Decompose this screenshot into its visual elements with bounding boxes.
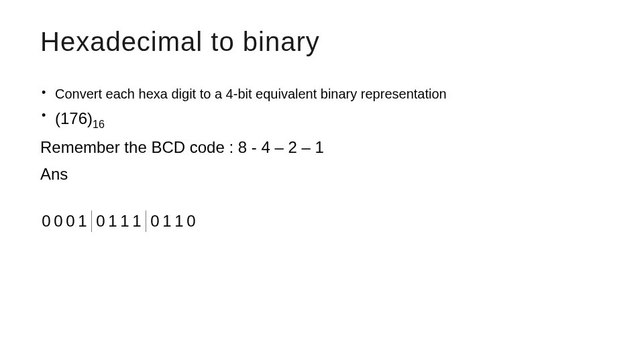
ans-label: Ans bbox=[40, 162, 604, 186]
page-title: Hexadecimal to binary bbox=[40, 27, 604, 57]
bit: 1 bbox=[173, 209, 185, 233]
bit: 1 bbox=[161, 209, 173, 233]
body-text: Convert each hexa digit to a 4-bit equiv… bbox=[40, 84, 604, 232]
bit: 1 bbox=[131, 209, 143, 233]
bit: 0 bbox=[64, 209, 76, 233]
bit: 0 bbox=[149, 209, 161, 233]
slide: Hexadecimal to binary Convert each hexa … bbox=[0, 0, 644, 362]
bit-group-2: 0 1 1 1 bbox=[95, 210, 146, 232]
remember-line: Remember the BCD code : 8 - 4 – 2 – 1 bbox=[40, 135, 604, 160]
example-base: 16 bbox=[93, 119, 105, 130]
bullet-convert: Convert each hexa digit to a 4-bit equiv… bbox=[40, 84, 604, 104]
bit: 0 bbox=[40, 209, 52, 233]
example-value: (176) bbox=[55, 109, 93, 127]
bit-group-3: 0 1 1 0 bbox=[149, 210, 200, 232]
binary-result: 0 0 0 1 0 1 1 1 0 1 1 0 bbox=[40, 210, 604, 232]
bit-group-1: 0 0 0 1 bbox=[40, 210, 92, 232]
bit: 1 bbox=[76, 209, 89, 233]
bit: 1 bbox=[107, 209, 119, 233]
bit: 0 bbox=[52, 209, 64, 233]
bit: 0 bbox=[185, 209, 197, 233]
bit: 0 bbox=[95, 209, 107, 233]
bit: 1 bbox=[119, 209, 131, 233]
bullet-example: (176)16 bbox=[40, 107, 604, 133]
